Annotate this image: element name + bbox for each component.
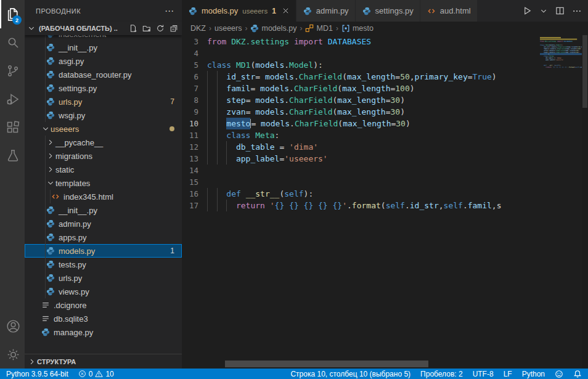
breadcrumb-item-DKZ[interactable]: DKZ — [190, 24, 206, 33]
python-icon — [46, 84, 55, 92]
tab-aud.html[interactable]: aud.html — [420, 0, 478, 22]
tree-item-database_roouter.py[interactable]: database_roouter.py — [25, 68, 182, 81]
tree-item-manage.py[interactable]: manage.py — [25, 325, 182, 339]
tree-item-useeers[interactable]: useeers — [25, 122, 182, 136]
code-token: 100 — [395, 83, 409, 94]
tree-item-models.py[interactable]: models.py1 — [25, 244, 182, 258]
python-icon — [46, 219, 55, 228]
run-dropdown-button[interactable] — [539, 7, 548, 15]
tree-item-apps.py[interactable]: apps.py — [25, 230, 182, 244]
python-icon — [46, 260, 55, 269]
code-line-10: 10 mesto= models.CharField(max_length=30… — [182, 118, 539, 129]
activity-bar-item-run-debug[interactable] — [0, 85, 25, 113]
status-right-feedback-icon[interactable] — [555, 370, 563, 378]
activity-bar-item-source-control[interactable] — [0, 57, 25, 85]
explorer-more-actions-icon[interactable]: ⋯ — [165, 6, 174, 17]
run-button[interactable] — [523, 6, 532, 15]
code-token: . — [284, 94, 289, 106]
collapse-all-icon[interactable] — [169, 24, 178, 33]
code-token: primary_key — [415, 71, 468, 83]
tree-item-asgi.py[interactable]: asgi.py — [25, 54, 182, 68]
workspace-section-header[interactable]: (РАБОЧАЯ ОБЛАСТЬ) ... — [25, 22, 182, 35]
code-token — [323, 36, 328, 47]
more-actions-button[interactable] — [572, 6, 582, 16]
breadcrumb-item-MD1[interactable]: MD1 — [305, 24, 332, 33]
tree-item-urls.py[interactable]: urls.py — [25, 271, 182, 285]
tree-item-db.sqlite3[interactable]: db.sqlite3 — [25, 312, 182, 325]
status-right-bell-icon[interactable] — [573, 370, 582, 378]
split-editor-button[interactable] — [555, 6, 565, 15]
status-right-python[interactable]: Python — [522, 370, 545, 378]
tree-item-wsgi.py[interactable]: wsgi.py — [25, 108, 182, 122]
code-token — [299, 200, 304, 211]
tree-item-tests.py[interactable]: tests.py — [25, 258, 182, 271]
debug-icon — [6, 92, 20, 107]
close-icon[interactable] — [282, 7, 290, 15]
code-token — [250, 129, 255, 141]
tree-item-admin.py[interactable]: admin.py — [25, 217, 182, 230]
code-token — [207, 83, 226, 94]
tree-item-label: wsgi.py — [59, 111, 85, 120]
python-icon — [46, 35, 55, 38]
code-token: ( — [381, 200, 386, 211]
status-label: 10 — [105, 370, 113, 378]
breadcrumb-item-mesto[interactable]: mesto — [341, 24, 374, 33]
outline-section-header[interactable]: СТРУКТУРА — [25, 354, 182, 369]
code-line-9: 9 zvan= models.CharField(max_length=30) — [182, 106, 539, 118]
tree-item-label: database_roouter.py — [59, 70, 132, 79]
activity-bar-item-testing[interactable] — [0, 142, 25, 170]
tree-item-views.py[interactable]: views.py — [25, 285, 182, 298]
tree-item-__init__.py[interactable]: __init__.py — [25, 41, 182, 54]
status-right-строка-10-столбец-10-выб[interactable]: Строка 10, столбец 10 (выбрано 5) — [290, 370, 410, 378]
tab-models.py[interactable]: models.pyuseeers1 — [182, 0, 296, 22]
python-icon — [46, 206, 55, 214]
code-token: ' — [270, 200, 275, 211]
code-token: models — [261, 118, 290, 129]
vertical-scrollbar-slider[interactable] — [582, 35, 587, 108]
tree-item-label: settings.py — [59, 84, 97, 93]
tree-item-indexelement[interactable]: indexelement — [25, 35, 182, 41]
tree-item-migrations[interactable]: migrations — [25, 149, 182, 163]
breadcrumb-item-useeers[interactable]: useeers — [214, 24, 242, 33]
code-token: CharField — [289, 106, 332, 118]
activity-bar-item-accounts[interactable] — [0, 312, 25, 340]
line-number: 11 — [182, 129, 207, 141]
status-left-0[interactable]: 010 — [78, 370, 114, 378]
tab-admin.py[interactable]: admin.py — [296, 0, 356, 22]
breadcrumb-separator: › — [300, 24, 302, 33]
tree-item-urls.py[interactable]: urls.py7 — [25, 95, 182, 108]
tree-item-__init__.py[interactable]: __init__.py — [25, 203, 182, 217]
activity-bar-item-search[interactable] — [0, 28, 25, 57]
tab-settings.py[interactable]: settings.py — [356, 0, 420, 22]
code-editor[interactable]: 3from DKZ.settings import DATABASES45cla… — [182, 36, 539, 211]
code-token: ) — [410, 83, 415, 94]
tree-item-static[interactable]: static — [25, 163, 182, 176]
status-left-python-3-9-5-64-bit[interactable]: Python 3.9.5 64-bit — [6, 370, 68, 378]
new-file-icon[interactable] — [129, 24, 137, 33]
tree-item-.dcignore[interactable]: .dcignore — [25, 298, 182, 312]
status-right-пробелов-2[interactable]: Пробелов: 2 — [420, 370, 463, 378]
breadcrumb-item-models.py[interactable]: models.py — [250, 24, 296, 33]
activity-bar-item-extensions[interactable] — [0, 113, 25, 142]
python-icon — [46, 274, 55, 282]
tree-item-index345.html[interactable]: index345.html — [25, 190, 182, 203]
refresh-icon[interactable] — [156, 24, 165, 33]
line-number: 17 — [182, 200, 207, 211]
tree-item-settings.py[interactable]: settings.py — [25, 81, 182, 95]
tree-item-templates[interactable]: templates — [25, 176, 182, 190]
horizontal-scrollbar[interactable] — [225, 361, 428, 367]
code-token: : — [275, 129, 280, 141]
activity-bar-item-settings[interactable] — [0, 340, 25, 369]
minimap[interactable]: from DKZ.settings import DATABASESclass … — [540, 36, 582, 369]
code-token: self — [386, 200, 405, 211]
new-folder-icon[interactable] — [142, 24, 151, 33]
status-right-lf[interactable]: LF — [504, 370, 512, 378]
code-token: import — [294, 36, 323, 47]
tab-problems-badge: 1 — [272, 7, 276, 15]
tree-item-__pycache__[interactable]: __pycache__ — [25, 136, 182, 149]
code-token: self — [444, 200, 463, 211]
activity-bar-item-explorer[interactable]: 2 — [0, 0, 25, 28]
breadcrumb-label: useeers — [214, 24, 242, 33]
explorer-title-row: ПРОВОДНИК ⋯ — [25, 0, 182, 22]
status-right-utf-8[interactable]: UTF-8 — [473, 370, 494, 378]
